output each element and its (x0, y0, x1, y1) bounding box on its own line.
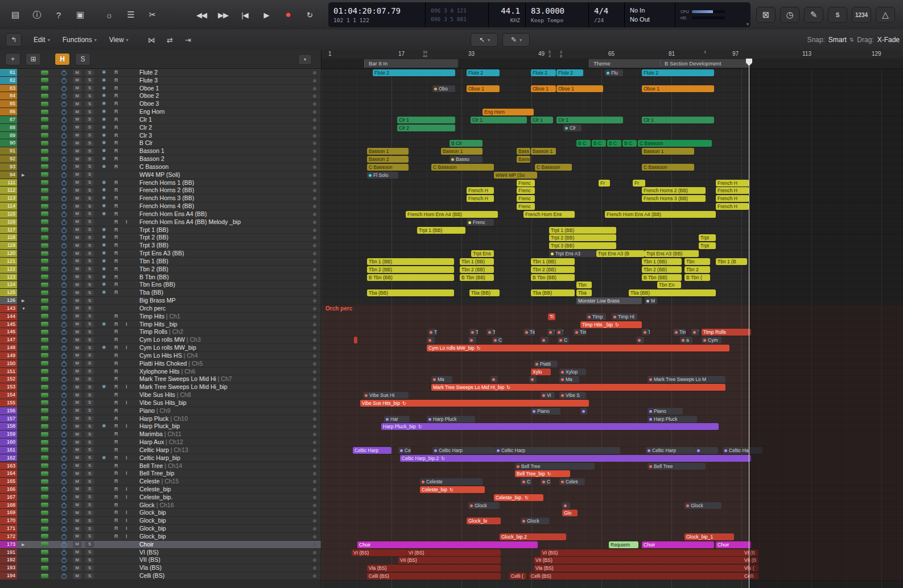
input-monitor-button[interactable]: I (126, 321, 127, 328)
record-enable-button[interactable]: R (114, 525, 118, 532)
region[interactable]: C Bassoon (431, 164, 494, 171)
track-name[interactable]: Celeste_bip (139, 486, 309, 494)
region[interactable]: Bass (517, 148, 530, 155)
region[interactable]: C (558, 337, 569, 343)
region[interactable]: M (645, 297, 657, 304)
record-enable-button[interactable]: R (114, 92, 118, 100)
region[interactable]: Celli (BS) (529, 573, 745, 579)
solo-button[interactable]: S (85, 541, 94, 548)
power-button[interactable] (61, 235, 67, 241)
mute-button[interactable]: M (73, 384, 81, 391)
disclosure-triangle-icon[interactable]: ▶ (22, 541, 24, 548)
region[interactable]: Choir (357, 541, 538, 548)
record-enable-button[interactable]: R (114, 502, 118, 509)
track-name[interactable]: Glock_bip (139, 517, 309, 525)
region[interactable]: Trpt Ens A3 (BB) (645, 250, 699, 257)
mute-button[interactable]: M (73, 132, 81, 139)
region[interactable]: Requiem (609, 541, 638, 548)
record-enable-button[interactable]: R (114, 266, 118, 273)
input-monitor-button[interactable]: I (126, 486, 127, 493)
power-button[interactable] (61, 543, 67, 548)
solo-button[interactable]: S (85, 313, 94, 320)
record-enable-button[interactable]: R (114, 124, 118, 131)
region[interactable] (490, 376, 498, 383)
solo-button[interactable]: S (85, 172, 94, 178)
solo-button[interactable]: S (85, 440, 94, 446)
freeze-icon[interactable]: ❄ (102, 274, 106, 281)
region[interactable]: Tba (BB) (367, 289, 454, 296)
power-button[interactable] (61, 401, 67, 406)
solo-button[interactable]: S (85, 188, 94, 194)
lcd-sample-rate[interactable]: 44.1 KHZ (489, 2, 526, 27)
freeze-icon[interactable]: ❄ (102, 147, 106, 155)
track-row[interactable]: 122MS❄RTbn 2 (BB) (0, 266, 321, 274)
power-button[interactable] (61, 173, 67, 178)
solo-button[interactable]: S (85, 140, 94, 147)
input-monitor-button[interactable]: I (126, 509, 127, 516)
region[interactable]: Fr (599, 180, 610, 187)
region[interactable]: Fl Solo (367, 172, 398, 179)
freeze-icon[interactable]: ❄ (102, 92, 106, 100)
solo-button[interactable]: S (85, 392, 94, 399)
track-row[interactable]: 112MS❄RFrench Horns 2 (BB) (0, 187, 321, 194)
region[interactable]: B Tbn (BB) (460, 274, 494, 281)
region[interactable]: French Horn Ens (523, 211, 575, 218)
cycle-button[interactable]: ↻ (300, 6, 319, 23)
track-name[interactable]: Mark Tree Sweeps Lo Mid Hi_bip (139, 383, 309, 391)
region[interactable]: Tba (BB) (469, 289, 500, 296)
solo-button[interactable]: S (85, 321, 94, 328)
mixer-button[interactable]: ☰ (122, 6, 140, 23)
mute-button[interactable]: M (73, 408, 81, 414)
region[interactable]: Ti (469, 329, 478, 336)
mute-button[interactable]: M (73, 486, 81, 492)
solo-button[interactable]: S (85, 258, 94, 264)
input-monitor-button[interactable]: I (126, 383, 127, 391)
track-name[interactable]: Harp Aux | Ch12 (139, 438, 309, 446)
region[interactable]: Timp Hits _bip↻ (580, 321, 642, 328)
mute-button[interactable]: M (73, 526, 81, 532)
disclosure-triangle-icon[interactable]: ▶ (22, 297, 24, 304)
power-button[interactable] (61, 228, 67, 233)
power-button[interactable] (61, 527, 67, 532)
freeze-icon[interactable]: ❄ (102, 187, 106, 194)
mute-button[interactable]: M (73, 290, 81, 296)
region[interactable]: Tbn 2 (685, 266, 710, 273)
input-monitor-button[interactable]: I (126, 218, 127, 226)
region[interactable]: a (680, 337, 692, 343)
track-row[interactable]: 164MSRIBell Tree_bip (0, 470, 321, 478)
track-name[interactable]: Celtic Harp | Ch13 (139, 446, 309, 454)
record-enable-button[interactable]: R (114, 187, 118, 194)
region[interactable]: Fr (633, 180, 645, 187)
region[interactable]: Tbn 1 (BB) (367, 258, 454, 265)
solo-button[interactable]: S (85, 329, 94, 336)
track-name[interactable]: Marimba | Ch11 (139, 430, 309, 438)
track-name[interactable]: B Tbn (BB) (139, 274, 309, 281)
power-button[interactable] (61, 188, 67, 193)
power-button[interactable] (61, 196, 67, 201)
align-button[interactable]: ⇥ (181, 34, 196, 46)
region[interactable]: Tba (BB) (629, 289, 716, 296)
region[interactable]: Vla ( (743, 565, 758, 572)
power-button[interactable] (61, 479, 67, 485)
freeze-icon[interactable]: ❄ (102, 124, 106, 131)
region[interactable]: Glock_bip_1 (685, 533, 734, 540)
track-name[interactable]: French Horn Ens A4 (BB) (139, 210, 309, 218)
region[interactable]: Ti (691, 329, 699, 336)
track-name[interactable]: VI (BS) (139, 549, 309, 557)
track-name[interactable]: French Horns 1 (BB) (139, 179, 309, 187)
region[interactable]: Tim (673, 329, 686, 336)
track-name[interactable]: Glock | Ch16 (139, 502, 309, 510)
track-row[interactable]: 160MSRHarp Aux | Ch12 (0, 438, 321, 446)
track-row[interactable]: 91MS❄RBasson 1 (0, 147, 321, 155)
solo-button[interactable]: S (85, 70, 94, 76)
region[interactable]: Frenc (517, 195, 535, 202)
region[interactable]: Tbn 1 (BB) (642, 258, 682, 265)
track-row[interactable]: 167MSRICeleste_bip. (0, 494, 321, 502)
rewind-button[interactable]: ◀◀ (192, 6, 211, 23)
track-row[interactable]: 89MS❄RClr 3 (0, 132, 321, 140)
region[interactable]: Piano (648, 408, 683, 415)
play-button[interactable]: ▶ (257, 6, 275, 23)
mute-button[interactable]: M (73, 321, 81, 328)
mute-button[interactable]: M (73, 447, 81, 453)
record-enable-button[interactable]: R (114, 470, 118, 477)
